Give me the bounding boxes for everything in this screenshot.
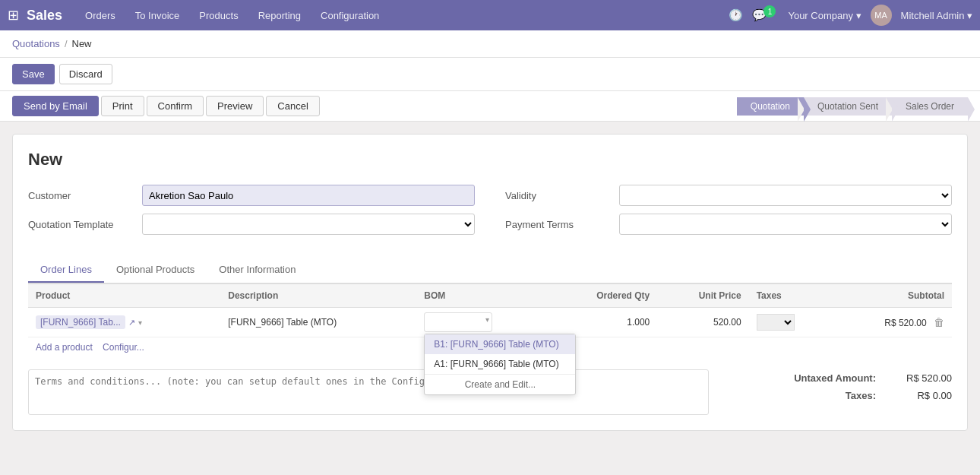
untaxed-amount-value: R$ 520.00 [891, 372, 952, 384]
add-product-link[interactable]: Add a product [36, 342, 93, 353]
nav-item-to-invoice[interactable]: To Invoice [128, 5, 188, 26]
send-by-email-button[interactable]: Send by Email [12, 96, 99, 116]
form-card: New Customer Quotation Template Validity [12, 134, 968, 431]
avatar[interactable]: MA [871, 5, 892, 26]
form-col-left: Customer Quotation Template [28, 185, 475, 242]
company-name[interactable]: Your Company ▾ [788, 10, 861, 21]
customer-row: Customer [28, 185, 475, 206]
subtotal-value: R$ 520.00 [884, 318, 926, 328]
breadcrumb: Quotations / New [0, 30, 980, 58]
taxes-row: Taxes: R$ 0.00 [724, 387, 952, 404]
taxes-value: R$ 0.00 [891, 390, 952, 401]
col-product: Product [28, 284, 220, 308]
ordered-qty-cell[interactable]: 1.000 [549, 308, 658, 337]
taxes-select[interactable] [757, 314, 795, 331]
form-fields: Customer Quotation Template Validity [28, 185, 952, 242]
configure-link[interactable]: Configur... [103, 342, 144, 353]
clock-icon[interactable]: 🕐 [729, 8, 743, 22]
nav-item-orders[interactable]: Orders [77, 5, 123, 26]
bom-dropdown-item-0[interactable]: B1: [FURN_9666] Table (MTO) [425, 334, 575, 354]
totals-section: Untaxed Amount: R$ 520.00 Taxes: R$ 0.00 [724, 369, 952, 404]
product-cell: [FURN_9666] Tab... ↗ ▾ [28, 308, 220, 337]
col-unit-price: Unit Price [657, 284, 748, 308]
col-taxes: Taxes [749, 284, 833, 308]
external-link-icon[interactable]: ↗ [128, 318, 135, 328]
bom-dropdown-item-1[interactable]: A1: [FURN_9666] Table (MTO) [425, 354, 575, 374]
validity-select[interactable] [619, 185, 952, 206]
nav-item-products[interactable]: Products [191, 5, 245, 26]
subtotal-cell: R$ 520.00 🗑 [833, 308, 952, 337]
breadcrumb-parent[interactable]: Quotations [12, 38, 60, 49]
bom-dropdown-create[interactable]: Create and Edit... [425, 375, 575, 394]
bom-chevron-icon[interactable]: ▾ [485, 315, 489, 324]
status-stages: Quotation Quotation Sent Sales Order [737, 97, 968, 116]
bom-input[interactable] [424, 312, 492, 332]
preview-button[interactable]: Preview [206, 96, 264, 116]
table-header-row: Product Description BOM Ordered Qty Unit… [28, 284, 952, 308]
discard-button[interactable]: Discard [59, 64, 112, 84]
user-name[interactable]: Mitchell Admin ▾ [901, 10, 972, 21]
bom-select-wrapper: ▾ B1: [FURN_9666] Table (MTO) A1: [FURN_… [424, 312, 492, 332]
untaxed-amount-label: Untaxed Amount: [794, 372, 876, 384]
delete-row-icon[interactable]: 🗑 [934, 316, 944, 328]
product-link[interactable]: [FURN_9666] Tab... [36, 315, 125, 329]
form-title: New [28, 150, 952, 169]
payment-terms-row: Payment Terms [505, 214, 952, 235]
quotation-template-select[interactable] [142, 214, 475, 235]
nav-item-reporting[interactable]: Reporting [251, 5, 308, 26]
col-description: Description [220, 284, 416, 308]
main-content: New Customer Quotation Template Validity [0, 122, 980, 443]
breadcrumb-current: New [72, 38, 92, 49]
validity-label: Validity [505, 190, 612, 201]
product-dropdown-arrow[interactable]: ▾ [138, 318, 142, 327]
customer-label: Customer [28, 190, 134, 201]
notification-badge: 1 [763, 5, 776, 17]
stage-quotation[interactable]: Quotation [737, 97, 804, 116]
bom-cell: ▾ B1: [FURN_9666] Table (MTO) A1: [FURN_… [416, 308, 548, 337]
stage-quotation-sent[interactable]: Quotation Sent [804, 97, 892, 116]
table-row: [FURN_9666] Tab... ↗ ▾ [FURN_9666] Table… [28, 308, 952, 337]
untaxed-amount-row: Untaxed Amount: R$ 520.00 [724, 369, 952, 387]
nav-item-configuration[interactable]: Configuration [313, 5, 387, 26]
topbar-right: 🕐 💬1 Your Company ▾ MA Mitchell Admin ▾ [729, 5, 972, 26]
tabs-row: Order Lines Optional Products Other Info… [28, 258, 952, 283]
col-bom: BOM [416, 284, 548, 308]
quotation-template-row: Quotation Template [28, 214, 475, 235]
app-grid-icon[interactable]: ⊞ [8, 7, 19, 24]
customer-input[interactable] [142, 185, 475, 206]
unit-price-cell[interactable]: 520.00 [657, 308, 748, 337]
stage-sales-order[interactable]: Sales Order [892, 97, 968, 116]
col-subtotal: Subtotal [833, 284, 952, 308]
action-buttons-row: Save Discard [0, 58, 980, 91]
form-col-right: Validity Payment Terms [505, 185, 952, 242]
tab-optional-products[interactable]: Optional Products [104, 258, 207, 283]
bom-dropdown: B1: [FURN_9666] Table (MTO) A1: [FURN_96… [424, 334, 576, 395]
payment-terms-label: Payment Terms [505, 219, 612, 230]
taxes-label: Taxes: [846, 390, 876, 401]
quotation-template-label: Quotation Template [28, 219, 134, 230]
taxes-cell [749, 308, 833, 337]
order-table: Product Description BOM Ordered Qty Unit… [28, 283, 952, 357]
app-name: Sales [27, 8, 62, 24]
payment-terms-select[interactable] [619, 214, 952, 235]
status-bar: Send by Email Print Confirm Preview Canc… [0, 91, 980, 122]
tab-order-lines[interactable]: Order Lines [28, 258, 104, 283]
description-cell[interactable]: [FURN_9666] Table (MTO) [220, 308, 416, 337]
chat-icon[interactable]: 💬1 [752, 8, 779, 23]
status-buttons: Send by Email Print Confirm Preview Canc… [12, 96, 734, 116]
confirm-button[interactable]: Confirm [147, 96, 204, 116]
print-button[interactable]: Print [101, 96, 144, 116]
top-nav: ⊞ Sales Orders To Invoice Products Repor… [0, 0, 980, 30]
nav-items: Orders To Invoice Products Reporting Con… [77, 5, 729, 26]
tab-other-information[interactable]: Other Information [207, 258, 308, 283]
terms-textarea[interactable] [28, 369, 709, 415]
save-button[interactable]: Save [12, 64, 55, 84]
validity-row: Validity [505, 185, 952, 206]
breadcrumb-separator: / [65, 38, 68, 49]
col-ordered-qty: Ordered Qty [549, 284, 658, 308]
cancel-button[interactable]: Cancel [266, 96, 319, 116]
